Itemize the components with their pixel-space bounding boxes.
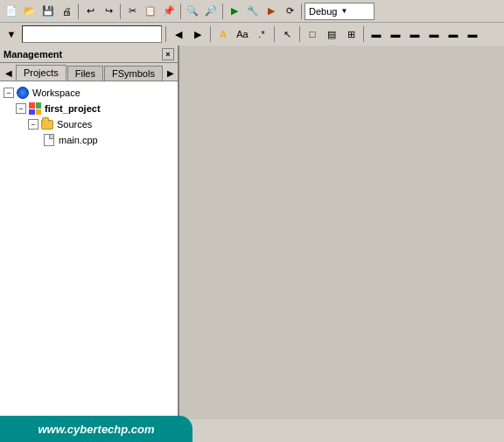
file-icon bbox=[42, 133, 56, 147]
project-toggle[interactable]: − bbox=[16, 103, 26, 114]
panel-title: Management bbox=[4, 49, 162, 60]
cursor-button[interactable]: ↖ bbox=[278, 25, 296, 43]
redo-button[interactable]: ↪ bbox=[100, 3, 117, 20]
bar4-button[interactable]: ▬ bbox=[425, 25, 443, 43]
sources-toggle[interactable]: − bbox=[28, 119, 38, 130]
tree-workspace-item[interactable]: − Workspace bbox=[2, 85, 176, 101]
debug-run-button[interactable]: ▶ bbox=[262, 3, 280, 20]
separator1 bbox=[78, 4, 79, 19]
open-button[interactable]: 📂 bbox=[21, 3, 38, 20]
toolbar-row1: 📄 📂 💾 🖨 ↩ ↪ ✂ 📋 📌 🔍 🔎 ▶ 🔧 ▶ ⟳ Debug ▼ bbox=[0, 0, 504, 23]
workspace-icon bbox=[16, 86, 30, 100]
save-all-button[interactable]: 🖨 bbox=[58, 3, 75, 20]
separator7 bbox=[210, 26, 211, 42]
watermark-text: www.cybertechp.com bbox=[38, 423, 154, 436]
tree-sources-item[interactable]: − Sources bbox=[2, 116, 176, 132]
tab-fsymbols[interactable]: FSymbols bbox=[104, 66, 163, 81]
cut-button[interactable]: ✂ bbox=[123, 3, 141, 20]
tab-scroll-left-button[interactable]: ◀ bbox=[2, 67, 16, 80]
search-box[interactable] bbox=[22, 25, 162, 43]
separator2 bbox=[120, 4, 121, 19]
bar6-button[interactable]: ▬ bbox=[464, 25, 481, 43]
separator9 bbox=[299, 26, 300, 42]
back-arrow-button[interactable]: ▼ bbox=[3, 25, 20, 43]
table-button[interactable]: ▤ bbox=[323, 25, 340, 43]
workspace-toggle[interactable]: − bbox=[4, 88, 14, 98]
panel-close-button[interactable]: × bbox=[162, 48, 174, 60]
main-layout: Management × ◀ Projects Files FSymbols ▶ bbox=[0, 46, 504, 419]
paste-button[interactable]: 📌 bbox=[160, 3, 178, 20]
debug-dropdown[interactable]: Debug ▼ bbox=[304, 3, 374, 20]
bar3-button[interactable]: ▬ bbox=[406, 25, 424, 43]
right-panel bbox=[179, 46, 504, 419]
project-label: first_project bbox=[45, 103, 101, 114]
separator5 bbox=[301, 4, 302, 19]
toolbar-row2: ▼ ◀ ▶ A Aa .* ↖ □ ▤ ⊞ ▬ ▬ ▬ ▬ ▬ ▬ bbox=[0, 23, 504, 46]
separator6 bbox=[165, 26, 166, 42]
nav-fwd-button[interactable]: ▶ bbox=[189, 25, 206, 43]
tab-projects[interactable]: Projects bbox=[16, 65, 66, 81]
highlight-button[interactable]: A bbox=[214, 25, 232, 43]
frame-button[interactable]: □ bbox=[304, 25, 321, 43]
tree-maincpp-item[interactable]: main.cpp bbox=[2, 132, 176, 148]
find-replace-button[interactable]: 🔎 bbox=[202, 3, 220, 20]
left-panel: Management × ◀ Projects Files FSymbols ▶ bbox=[0, 46, 179, 419]
search-input[interactable] bbox=[25, 29, 158, 39]
separator3 bbox=[180, 4, 181, 19]
regex-button[interactable]: .* bbox=[253, 25, 270, 43]
copy-button[interactable]: 📋 bbox=[142, 3, 159, 20]
bar1-button[interactable]: ▬ bbox=[368, 25, 385, 43]
sources-label: Sources bbox=[57, 119, 92, 130]
build-button[interactable]: 🔧 bbox=[244, 3, 262, 20]
grid-button[interactable]: ⊞ bbox=[342, 25, 360, 43]
panel-header: Management × bbox=[0, 46, 178, 63]
text-style-button[interactable]: Aa bbox=[234, 25, 251, 43]
close-icon: × bbox=[165, 50, 170, 59]
chevron-down-icon: ▼ bbox=[340, 7, 347, 15]
tab-files[interactable]: Files bbox=[67, 66, 103, 81]
watermark: www.cybertechp.com bbox=[0, 416, 192, 442]
tree-view: − Workspace − first_project bbox=[0, 81, 178, 419]
workspace-label: Workspace bbox=[32, 88, 80, 98]
tree-project-item[interactable]: − first_project bbox=[2, 101, 176, 116]
tab-scroll-right-button[interactable]: ▶ bbox=[164, 67, 178, 80]
find-button[interactable]: 🔍 bbox=[184, 3, 201, 20]
run-button[interactable]: ▶ bbox=[226, 3, 243, 20]
project-icon bbox=[28, 102, 42, 116]
nav-back-button[interactable]: ◀ bbox=[170, 25, 187, 43]
file-label: main.cpp bbox=[59, 135, 98, 145]
panel-tabs: ◀ Projects Files FSymbols ▶ bbox=[0, 63, 178, 81]
sources-folder-icon bbox=[40, 117, 54, 131]
stop-button[interactable]: ⟳ bbox=[281, 3, 298, 20]
new-file-button[interactable]: 📄 bbox=[3, 3, 20, 20]
separator4 bbox=[222, 4, 223, 19]
undo-button[interactable]: ↩ bbox=[81, 3, 99, 20]
bar2-button[interactable]: ▬ bbox=[387, 25, 404, 43]
debug-dropdown-label: Debug bbox=[309, 6, 337, 17]
separator8 bbox=[274, 26, 275, 42]
bar5-button[interactable]: ▬ bbox=[444, 25, 462, 43]
separator10 bbox=[363, 26, 364, 42]
save-button[interactable]: 💾 bbox=[39, 3, 57, 20]
